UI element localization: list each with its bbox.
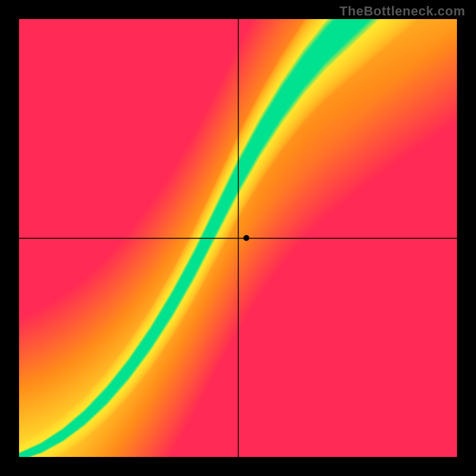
chart-frame: TheBottleneck.com (0, 0, 476, 476)
bottleneck-heatmap (19, 19, 457, 457)
selection-marker-dot (243, 235, 249, 241)
watermark-text: TheBottleneck.com (340, 4, 465, 19)
